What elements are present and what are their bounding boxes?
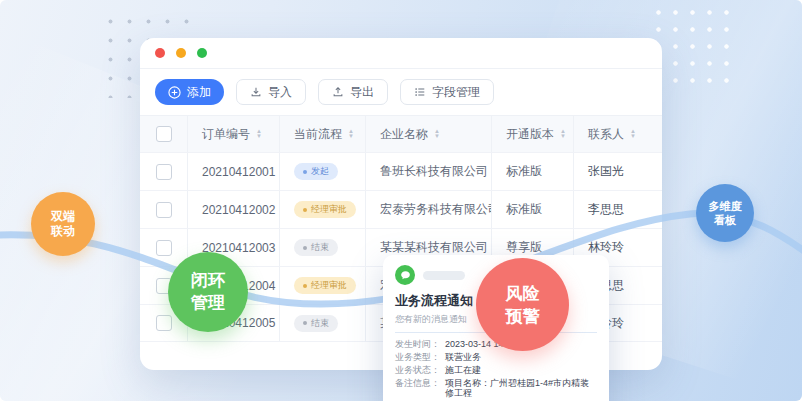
order-number-cell: 20210412001 [188,153,280,190]
feature-badge-multi-board: 多维度 看板 [696,184,754,242]
traffic-light-close-icon[interactable] [155,48,165,58]
chat-bubble-icon [395,265,415,285]
import-button-label: 导入 [268,84,292,101]
version-cell: 标准版 [492,191,574,228]
page-background: 添加 导入 导出 字段管理 [0,0,802,401]
upload-icon [332,86,344,98]
row-checkbox[interactable] [156,315,172,331]
add-button[interactable]: 添加 [155,79,224,105]
column-header-label: 开通版本 [506,126,554,143]
feature-badge-line: 多维度 [709,199,742,213]
circle-plus-icon [168,86,181,99]
feature-badge-line: 联动 [51,224,75,239]
feature-badge-line: 风险 [506,282,540,305]
field-management-button-label: 字段管理 [432,84,480,101]
status-dot-icon [303,321,307,325]
notification-field-label: 业务状态： [395,365,445,375]
notification-field-value: 联营业务 [445,352,597,362]
feature-badge-closed-loop: 闭环 管理 [168,252,248,332]
flow-cell: 结束 [280,305,366,341]
flow-status-label: 发起 [311,165,329,178]
flow-status-badge: 经理审批 [294,277,356,294]
feature-badge-line: 闭环 [191,270,225,292]
flow-status-badge: 结束 [294,315,338,332]
notification-field-label: 业务类型： [395,352,445,362]
flow-status-badge: 结束 [294,239,338,256]
row-checkbox[interactable] [156,202,172,218]
row-checkbox[interactable] [156,164,172,180]
notification-field-value: 项目名称：广州碧桂园1-4#市内精装修工程 [445,378,597,398]
sort-icon[interactable]: ▲▼ [560,129,566,139]
flow-status-badge: 经理审批 [294,201,356,218]
column-header-label: 订单编号 [202,126,250,143]
traffic-light-maximize-icon[interactable] [197,48,207,58]
window-titlebar [140,38,662,69]
flow-status-label: 结束 [311,317,329,330]
contact-cell: 张国光 [574,153,662,190]
notification-field-label: 发生时间： [395,339,445,349]
field-management-button[interactable]: 字段管理 [400,79,494,105]
feature-badge-line: 预警 [506,305,540,328]
column-header[interactable]: 开通版本▲▼ [492,116,574,152]
select-all-checkbox[interactable] [156,126,172,142]
sort-icon[interactable]: ▲▼ [348,129,354,139]
sort-icon[interactable]: ▲▼ [256,129,262,139]
notification-fields: 发生时间： 2023-03-14 14:20 业务类型： 联营业务 业务状态： … [395,339,597,401]
column-header[interactable]: 企业名称▲▼ [366,116,492,152]
notification-field-value: 施工在建 [445,365,597,375]
status-dot-icon [303,246,307,250]
feature-badge-dual-link: 双端 联动 [31,192,95,256]
flow-status-label: 经理审批 [311,203,347,216]
list-icon [414,86,426,98]
sort-icon[interactable]: ▲▼ [434,129,440,139]
flow-cell: 经理审批 [280,267,366,304]
notification-field-label: 备注信息： [395,378,445,398]
table-header-row: 订单编号▲▼当前流程▲▼企业名称▲▼开通版本▲▼联系人▲▼ [140,115,662,152]
dot-grid-decoration [650,4,736,90]
flow-cell: 结束 [280,229,366,266]
company-name-cell: 鲁班长科技有限公司 [366,153,492,190]
sort-icon[interactable]: ▲▼ [630,129,636,139]
flow-status-label: 结束 [311,241,329,254]
column-header-label: 企业名称 [380,126,428,143]
company-name-cell: 宏泰劳务科技有限公司 [366,191,492,228]
feature-badge-line: 看板 [714,213,736,227]
status-dot-icon [303,170,307,174]
feature-badge-line: 双端 [51,209,75,224]
order-number-cell: 20210412002 [188,191,280,228]
add-button-label: 添加 [187,84,211,101]
export-button[interactable]: 导出 [318,79,388,105]
contact-cell: 李思思 [574,191,662,228]
column-header[interactable]: 当前流程▲▼ [280,116,366,152]
version-cell: 标准版 [492,153,574,190]
download-icon [250,86,262,98]
import-button[interactable]: 导入 [236,79,306,105]
flow-status-badge: 发起 [294,163,338,180]
feature-badge-risk-alert: 风险 预警 [476,258,569,351]
table-row[interactable]: 20210412001 发起 鲁班长科技有限公司 标准版 张国光 [140,152,662,190]
column-header-label: 当前流程 [294,126,342,143]
table-row[interactable]: 20210412002 经理审批 宏泰劳务科技有限公司 标准版 李思思 [140,190,662,228]
flow-cell: 经理审批 [280,191,366,228]
feature-badge-line: 管理 [191,292,225,314]
toolbar: 添加 导入 导出 字段管理 [140,69,662,115]
column-header[interactable]: 订单编号▲▼ [188,116,280,152]
notification-sender-placeholder [423,271,465,280]
column-header-label: 联系人 [588,126,624,143]
status-dot-icon [303,284,307,288]
column-header[interactable]: 联系人▲▼ [574,116,662,152]
flow-cell: 发起 [280,153,366,190]
row-checkbox[interactable] [156,240,172,256]
status-dot-icon [303,208,307,212]
traffic-light-minimize-icon[interactable] [176,48,186,58]
flow-status-label: 经理审批 [311,279,347,292]
export-button-label: 导出 [350,84,374,101]
